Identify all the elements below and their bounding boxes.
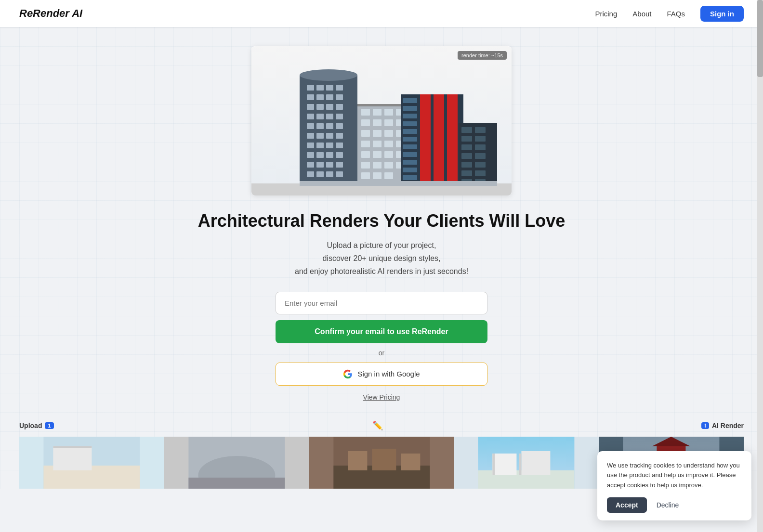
bottom-image-4 [454,437,599,489]
svg-rect-49 [373,109,382,116]
main-content: render time: ~15s [0,27,763,489]
scrollbar-track[interactable] [757,0,763,532]
svg-rect-38 [307,162,314,168]
svg-rect-4 [300,75,357,186]
svg-rect-10 [307,94,314,100]
svg-rect-119 [348,451,367,470]
svg-rect-98 [475,136,486,142]
svg-rect-22 [307,123,314,129]
svg-rect-28 [326,133,333,139]
svg-rect-60 [361,141,370,147]
svg-rect-125 [522,451,551,475]
hero-form: Confirm your email to use ReRender or Si… [0,278,763,401]
svg-rect-39 [316,162,324,168]
svg-rect-32 [326,143,333,148]
view-pricing-link[interactable]: View Pricing [363,393,400,401]
hero-text-section: Architectural Renders Your Clients Will … [0,195,763,278]
svg-rect-121 [401,454,420,470]
svg-rect-62 [384,141,393,147]
svg-rect-69 [373,162,382,169]
nav-about[interactable]: About [632,10,651,18]
render-time-badge: render time: ~15s [458,51,507,60]
svg-rect-64 [361,151,370,158]
svg-rect-81 [444,94,447,186]
svg-rect-20 [326,114,333,119]
svg-rect-54 [384,119,393,126]
hero-image-container: render time: ~15s [0,27,763,195]
svg-rect-40 [326,162,333,168]
svg-rect-44 [326,171,333,177]
svg-rect-120 [372,449,396,470]
svg-rect-113 [53,446,92,448]
svg-rect-47 [357,104,406,106]
nav-faqs[interactable]: FAQs [667,10,685,18]
svg-rect-93 [403,175,417,180]
scrollbar-thumb[interactable] [757,0,763,77]
svg-rect-77 [434,94,444,186]
confirm-email-button[interactable]: Confirm your email to use ReRender [276,320,487,343]
svg-rect-104 [475,162,486,168]
signin-button[interactable]: Sign in [700,6,744,22]
svg-rect-84 [403,106,417,111]
svg-rect-31 [316,143,324,148]
svg-rect-112 [53,446,92,470]
cookie-decline-button[interactable]: Decline [652,497,684,513]
nav-links: Pricing About FAQs Sign in [595,6,744,22]
bottom-labels: Upload 1 ✏️ f AI Render [19,420,744,431]
google-signin-button[interactable]: Sign in with Google [276,363,487,386]
svg-rect-56 [361,130,370,137]
svg-rect-50 [384,109,393,116]
svg-rect-7 [316,85,324,91]
svg-rect-73 [373,172,382,179]
svg-rect-23 [316,123,324,129]
svg-rect-30 [307,143,314,148]
upload-badge: 1 [45,422,53,429]
svg-rect-100 [475,144,486,150]
svg-rect-21 [336,114,343,119]
svg-rect-61 [373,141,382,147]
svg-rect-11 [316,94,324,100]
svg-rect-90 [403,152,417,157]
svg-rect-99 [461,144,472,150]
svg-rect-78 [447,94,458,186]
svg-rect-106 [475,170,486,176]
svg-rect-97 [461,136,472,142]
svg-rect-76 [420,94,431,186]
email-input[interactable] [276,292,487,314]
svg-rect-102 [475,153,486,159]
svg-rect-14 [307,104,314,110]
svg-rect-52 [361,119,370,126]
svg-rect-26 [307,133,314,139]
svg-rect-6 [307,85,314,91]
svg-rect-92 [403,168,417,172]
svg-rect-43 [316,171,324,177]
svg-rect-25 [336,123,343,129]
svg-rect-17 [336,104,343,110]
svg-rect-72 [361,172,370,179]
svg-rect-70 [384,162,393,169]
svg-rect-16 [326,104,333,110]
svg-rect-68 [361,162,370,169]
svg-rect-89 [403,144,417,149]
svg-rect-19 [316,114,324,119]
google-icon [343,369,353,379]
svg-rect-80 [431,94,434,186]
svg-rect-33 [336,143,343,148]
svg-rect-58 [384,130,393,137]
svg-rect-124 [493,454,517,475]
svg-rect-8 [326,85,333,91]
svg-rect-41 [336,162,343,168]
svg-rect-37 [336,152,343,158]
svg-rect-34 [307,152,314,158]
svg-rect-116 [188,478,285,489]
svg-rect-24 [326,123,333,129]
svg-rect-15 [316,104,324,110]
upload-label: Upload 1 [19,420,54,431]
cookie-accept-button[interactable]: Accept [607,497,647,513]
svg-rect-109 [300,181,497,186]
svg-rect-12 [326,94,333,100]
svg-rect-85 [403,114,417,118]
or-divider: or [379,349,384,357]
navbar: ReRender AI Pricing About FAQs Sign in [0,0,763,27]
nav-pricing[interactable]: Pricing [595,10,617,18]
